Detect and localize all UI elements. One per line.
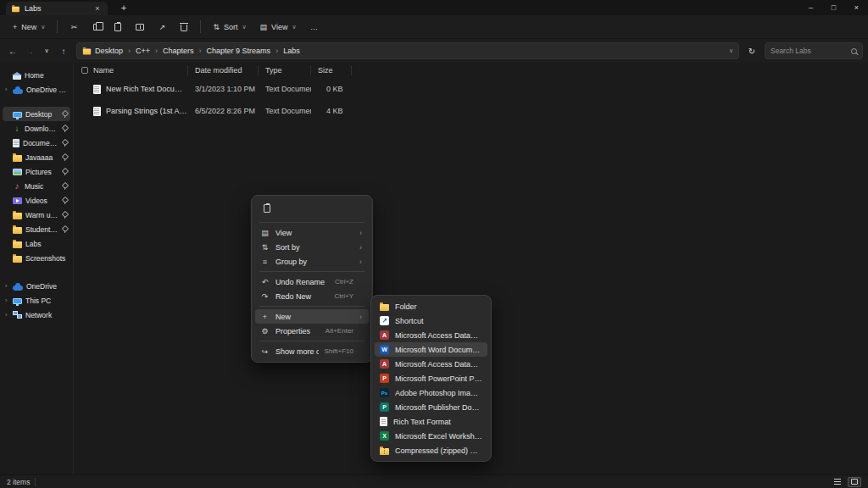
menu-separator — [259, 306, 364, 307]
context-menu-item-properties[interactable]: ⚙ Properties Alt+Enter — [255, 324, 369, 338]
minimize-button[interactable]: – — [799, 0, 822, 15]
sidebar-item-label: Javaaaa — [25, 153, 58, 162]
paste-button[interactable] — [108, 18, 128, 36]
column-header-type[interactable]: Type — [259, 65, 311, 75]
submenu-item-compressed-zipped-folder[interactable]: Compressed (zipped) Folder — [375, 443, 487, 458]
expand-chevron-icon[interactable]: › — [5, 283, 9, 289]
refresh-button[interactable]: ↻ — [744, 42, 760, 59]
breadcrumb-item[interactable]: C++ — [136, 47, 150, 55]
photoshop-icon — [380, 388, 389, 397]
context-menu-item-undo-rename[interactable]: ↶ Undo Rename Ctrl+Z — [255, 274, 369, 289]
paste-quick-button[interactable] — [257, 200, 277, 217]
cut-button[interactable]: ✂ — [64, 18, 84, 36]
copy-button[interactable] — [86, 18, 106, 36]
address-dropdown-icon[interactable]: ∨ — [729, 47, 733, 54]
address-field[interactable]: Desktop›C++›Chapters›Chapter 9 Streams›L… — [76, 42, 739, 59]
submenu-item-rich-text-format[interactable]: Rich Text Format — [375, 414, 487, 429]
submenu-item-microsoft-excel-worksheet[interactable]: Microsoft Excel Worksheet — [375, 429, 487, 443]
context-menu-item-redo-new[interactable]: ↷ Redo New Ctrl+Y — [255, 289, 369, 303]
submenu-item-folder[interactable]: Folder — [375, 299, 487, 313]
select-all-checkbox[interactable] — [81, 67, 88, 74]
plus-icon: + — [13, 23, 17, 31]
expand-chevron-icon[interactable]: › — [5, 312, 9, 318]
tab-close-icon[interactable]: × — [92, 4, 103, 13]
column-header-name[interactable]: Name — [93, 65, 188, 75]
submenu-item-microsoft-word-document[interactable]: Microsoft Word Document — [375, 342, 487, 357]
delete-button[interactable] — [174, 18, 194, 36]
file-row[interactable]: New Rich Text Document.txt 3/1/2023 1:10… — [75, 78, 868, 100]
sidebar-item-warm-up-cont[interactable]: Warm up - Cont — [3, 208, 70, 222]
sidebar-item-student-records[interactable]: Student Records — [3, 222, 70, 236]
sidebar-item-desktop[interactable]: Desktop — [3, 107, 70, 121]
sidebar-item-onedrive-persona[interactable]: › OneDrive - Persona — [3, 82, 70, 97]
sidebar-item-music[interactable]: Music — [3, 179, 70, 193]
sidebar-item-downloads[interactable]: Downloads — [3, 121, 70, 136]
submenu-item-microsoft-access-database[interactable]: Microsoft Access Database — [375, 357, 487, 371]
details-view-icon — [834, 479, 841, 485]
more-button[interactable]: … — [304, 18, 325, 36]
sort-button[interactable]: ⇅ Sort ∨ — [207, 18, 252, 36]
breadcrumb-item[interactable]: Chapter 9 Streams — [207, 47, 271, 55]
new-tab-button[interactable]: + — [117, 3, 131, 14]
sidebar-item-pictures[interactable]: Pictures — [3, 164, 70, 179]
back-button[interactable]: ← — [5, 42, 20, 59]
menu-separator — [259, 341, 364, 341]
thumbnail-view-button[interactable] — [848, 477, 861, 487]
context-menu-item-sort-by[interactable]: ⇅ Sort by › — [255, 240, 369, 254]
chevron-down-icon: ∨ — [41, 24, 45, 30]
column-header-date[interactable]: Date modified — [188, 65, 259, 75]
submenu-item-microsoft-publisher-document[interactable]: Microsoft Publisher Document — [375, 400, 487, 414]
search-input[interactable] — [771, 47, 848, 55]
breadcrumb-item[interactable]: Desktop — [95, 47, 123, 55]
submenu-item-shortcut[interactable]: Shortcut — [375, 313, 487, 328]
menu-item-label: Sort by — [275, 243, 348, 252]
sidebar-item-screenshots[interactable]: Screenshots — [3, 251, 70, 265]
search-box[interactable] — [765, 42, 863, 59]
up-button[interactable]: ↑ — [56, 42, 71, 59]
context-menu-item-new[interactable]: + New › — [255, 309, 369, 324]
sidebar-item-home[interactable]: Home — [3, 68, 70, 82]
sidebar-item-icon — [13, 124, 21, 133]
breadcrumb-separator-icon: › — [275, 47, 278, 55]
details-view-button[interactable] — [831, 477, 844, 487]
expand-chevron-icon[interactable]: › — [5, 86, 9, 92]
sidebar-item-onedrive[interactable]: › OneDrive — [3, 279, 70, 293]
view-button[interactable]: ▤ View ∨ — [254, 18, 303, 36]
sidebar-item-this-pc[interactable]: › This PC — [3, 293, 70, 308]
breadcrumb-item[interactable]: Labs — [283, 47, 300, 55]
sidebar-item-network[interactable]: › Network — [3, 308, 70, 322]
sidebar-item-icon — [13, 89, 23, 94]
new-button[interactable]: + New ∨ — [7, 18, 51, 36]
column-header-size[interactable]: Size — [311, 65, 352, 75]
submenu-item-label: Rich Text Format — [393, 418, 482, 426]
breadcrumb-item[interactable]: Chapters — [163, 47, 194, 55]
rename-button[interactable] — [130, 18, 150, 36]
submenu-item-microsoft-powerpoint-presentation[interactable]: Microsoft PowerPoint Presentation — [375, 371, 487, 385]
pin-icon — [62, 154, 68, 161]
folder-icon — [12, 7, 19, 12]
sidebar-item-labs[interactable]: Labs — [3, 236, 70, 251]
chevron-right-icon: › — [359, 243, 364, 252]
sidebar-item-javaaaa[interactable]: Javaaaa — [3, 150, 70, 164]
sidebar-item-videos[interactable]: Videos — [3, 193, 70, 208]
forward-button[interactable]: → — [22, 42, 37, 59]
sidebar-item-documents[interactable]: Documents — [3, 136, 70, 150]
tab-title: Labs — [25, 4, 88, 13]
expand-chevron-icon[interactable]: › — [5, 297, 9, 303]
file-row[interactable]: Parsing Strings (1st Approach).txt 6/5/2… — [75, 100, 868, 122]
submenu-item-microsoft-access-database[interactable]: Microsoft Access Database — [375, 328, 487, 342]
close-button[interactable]: × — [845, 0, 868, 15]
context-menu-item-show-more-options[interactable]: ↪ Show more options Shift+F10 — [255, 344, 369, 358]
share-button[interactable]: ↗ — [152, 18, 172, 36]
submenu-item-adobe-photoshop-image-21[interactable]: Adobe Photoshop Image 21 — [375, 385, 487, 400]
sidebar-item-icon — [13, 155, 22, 162]
chevron-right-icon: › — [359, 313, 364, 321]
explorer-tab[interactable]: Labs × — [6, 2, 108, 15]
scissors-icon: ✂ — [71, 23, 78, 31]
context-menu-item-view[interactable]: ▤ View › — [255, 225, 369, 240]
context-menu-item-group-by[interactable]: ≡ Group by › — [255, 254, 369, 269]
select-all-cell — [75, 65, 93, 75]
maximize-button[interactable]: □ — [822, 0, 845, 15]
menu-item-label: New — [275, 313, 348, 321]
recent-locations-button[interactable]: ∨ — [39, 42, 54, 59]
